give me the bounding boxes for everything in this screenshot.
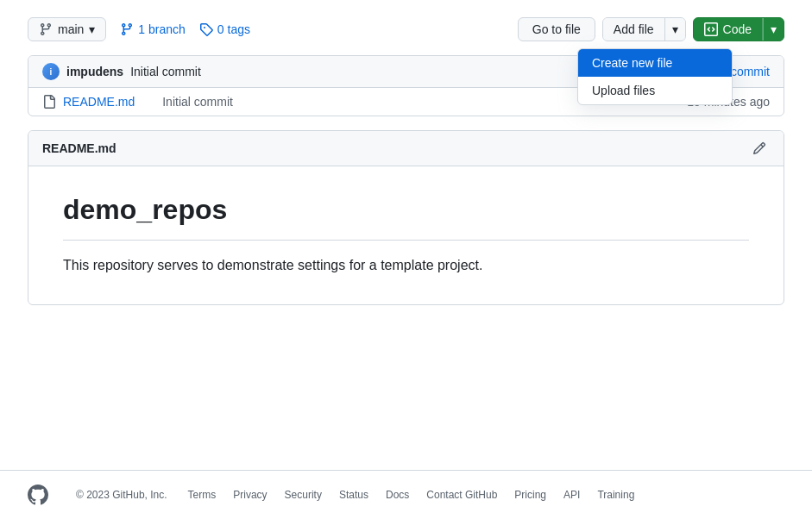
tags-count: 0 tags [217, 22, 250, 36]
pencil-icon [752, 141, 766, 155]
branch-selector[interactable]: main ▾ [28, 17, 106, 41]
code-button[interactable]: Code [694, 18, 763, 41]
code-caret-icon: ▾ [771, 22, 777, 36]
readme-divider [63, 240, 749, 241]
branch-caret: ▾ [89, 22, 95, 36]
code-caret-button[interactable]: ▾ [763, 18, 784, 41]
readme-header-label: README.md [42, 141, 116, 155]
footer-training-link[interactable]: Training [597, 489, 634, 501]
commit-message: Initial commit [130, 65, 201, 78]
footer-privacy-link[interactable]: Privacy [233, 489, 267, 501]
footer: © 2023 GitHub, Inc. Terms Privacy Securi… [0, 470, 812, 519]
branches-icon [120, 22, 134, 36]
add-file-button[interactable]: Add file [603, 18, 665, 41]
github-logo [28, 485, 48, 505]
code-icon [704, 22, 718, 36]
create-new-file-label: Create new file [592, 56, 672, 70]
upload-files-label: Upload files [592, 84, 655, 97]
footer-api-link[interactable]: API [563, 489, 580, 501]
branch-icon [39, 22, 53, 36]
footer-status-link[interactable]: Status [339, 489, 368, 501]
commit-author[interactable]: impudens [66, 65, 123, 78]
tags-link[interactable]: 0 tags [199, 22, 250, 36]
create-new-file-item[interactable]: Create new file [578, 49, 732, 77]
branches-link[interactable]: 1 branch [120, 22, 185, 36]
footer-terms-link[interactable]: Terms [188, 489, 217, 501]
repo-toolbar: main ▾ 1 branch 0 tags Go to file Add fi… [28, 17, 784, 41]
branch-label: main [58, 22, 84, 36]
file-icon [42, 95, 56, 109]
add-file-dropdown: Add file ▾ [602, 17, 686, 41]
footer-contact-link[interactable]: Contact GitHub [426, 489, 497, 501]
readme-edit-button[interactable] [749, 138, 770, 159]
readme-box: README.md demo_repos This repository ser… [28, 130, 784, 305]
readme-description: This repository serves to demonstrate se… [63, 254, 749, 277]
copyright-text: © 2023 GitHub, Inc. [76, 489, 167, 501]
footer-security-link[interactable]: Security [285, 489, 322, 501]
tags-icon [199, 22, 213, 36]
avatar: i [42, 63, 60, 80]
add-file-caret-button[interactable]: ▾ [665, 18, 685, 41]
footer-pricing-link[interactable]: Pricing [514, 489, 546, 501]
file-name-link[interactable]: README.md [63, 95, 135, 109]
readme-content: demo_repos This repository serves to dem… [28, 166, 784, 304]
footer-links: Terms Privacy Security Status Docs Conta… [188, 489, 635, 501]
toolbar-left: main ▾ 1 branch 0 tags [28, 17, 250, 41]
go-to-file-button[interactable]: Go to file [518, 17, 595, 41]
upload-files-item[interactable]: Upload files [578, 77, 732, 104]
readme-title: demo_repos [63, 194, 749, 226]
toolbar-right: Go to file Add file ▾ Code ▾ [518, 17, 784, 41]
footer-docs-link[interactable]: Docs [386, 489, 409, 501]
code-label: Code [723, 22, 752, 36]
readme-header: README.md [28, 131, 784, 166]
add-file-dropdown-menu: Create new file Upload files [577, 48, 733, 105]
branches-count: 1 branch [138, 22, 185, 36]
